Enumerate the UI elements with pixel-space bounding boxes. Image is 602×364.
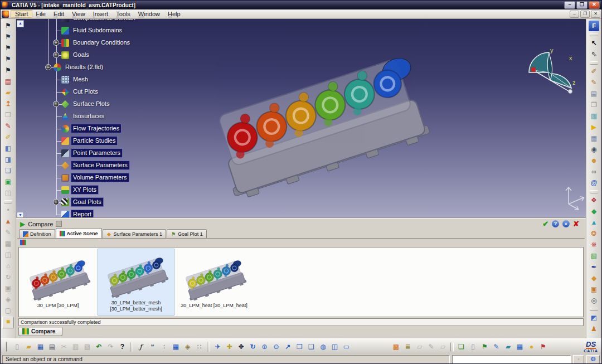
comment-icon[interactable]: ❝ <box>147 342 158 352</box>
tree-scroll-down[interactable]: ▼ <box>17 212 24 217</box>
frame-window-icon[interactable]: F <box>589 21 599 31</box>
folder-color-icon[interactable]: ▰ <box>503 342 513 352</box>
menu-window[interactable]: Window <box>134 11 164 17</box>
tab-surface-parameters-1[interactable]: ◆ Surface Parameters 1 <box>103 229 167 238</box>
results-chart-icon[interactable]: ▤ <box>3 76 13 87</box>
fit-all-icon[interactable]: ✚ <box>224 342 235 352</box>
xy-plots-icon[interactable]: ▧ <box>589 251 599 261</box>
viewport-3d[interactable]: Computational Domain Fluid Subdomains + <box>16 19 586 217</box>
goal-flag-1-icon[interactable]: ⚑ <box>3 21 13 31</box>
share-icon[interactable]: ∞ <box>589 167 599 177</box>
goal-flag-5-icon[interactable]: ⚑ <box>3 65 13 76</box>
tree-item-report[interactable]: Report <box>27 208 211 217</box>
flow-trajectories-icon[interactable]: ❂ <box>589 229 599 239</box>
mdi-minimize-button[interactable]: – <box>570 11 579 18</box>
minimize-button[interactable]: – <box>564 1 575 9</box>
measure-bars-icon[interactable]: = <box>589 335 599 338</box>
select-icon[interactable]: ↖ <box>589 38 599 48</box>
tree-scroll-up[interactable]: ▲ <box>17 20 24 27</box>
tree-item-point-parameters[interactable]: Point Parameters <box>27 147 211 159</box>
volume-parameters-icon[interactable]: ▣ <box>589 284 599 295</box>
open-results-icon[interactable]: ▰ <box>3 88 13 98</box>
thumbnail-30-lpm[interactable]: 30_LPM [30_LPM] <box>20 249 96 316</box>
help-icon[interactable]: ? <box>552 220 559 227</box>
zoom-out-icon[interactable]: ⊖ <box>271 342 281 352</box>
tree-item-fluid-subdomains[interactable]: Fluid Subdomains <box>27 25 211 37</box>
surface-plots-icon[interactable]: ◆ <box>589 206 599 217</box>
multi-view-icon[interactable]: ❒ <box>294 342 305 352</box>
mesh-view-icon[interactable]: ▲ <box>3 216 13 227</box>
maximize-button[interactable]: ❐ <box>576 1 588 9</box>
part-box-icon[interactable]: ◧ <box>3 143 13 154</box>
manikin-icon[interactable]: ♟ <box>589 324 599 334</box>
menu-file[interactable]: File <box>32 11 50 17</box>
tree-item-goals[interactable]: + Goals <box>27 49 211 61</box>
tools-window-icon[interactable]: ❏ <box>456 342 467 352</box>
tree-expander[interactable]: + <box>53 40 59 46</box>
hide-show-icon[interactable]: ◫ <box>329 342 340 352</box>
power-input-icon[interactable]: ❂ <box>586 355 600 364</box>
cancel-icon[interactable]: ✘ <box>573 220 579 228</box>
tab-goal-plot-1[interactable]: ⚑ Goal Plot 1 <box>167 229 207 238</box>
tab-active-scene[interactable]: Active Scene <box>56 228 102 238</box>
goal-flag-2-icon[interactable]: ⚑ <box>3 32 13 42</box>
tree-expander[interactable]: + <box>53 52 59 58</box>
mdi-restore-button[interactable]: ❐ <box>580 11 590 18</box>
fly-mode-icon[interactable]: ✈ <box>212 342 223 352</box>
relations-icon[interactable]: ∷ <box>194 342 205 352</box>
paint-icon[interactable]: ✐ <box>589 66 599 77</box>
image-capture-icon[interactable]: ▥ <box>589 111 599 122</box>
save-icon[interactable]: ▦ <box>35 342 46 352</box>
menu-tools[interactable]: Tools <box>112 11 134 17</box>
isosurfaces-icon[interactable]: ▲ <box>589 217 599 228</box>
box-icon[interactable]: ◩ <box>589 313 599 323</box>
pen-red-icon[interactable]: ✎ <box>3 121 13 132</box>
clipboard-icon[interactable]: ▤ <box>589 89 599 99</box>
new-document-icon[interactable]: ▯ <box>12 342 22 352</box>
thumbnail-30-lpm-heat[interactable]: 30_LPM_heat [30_LPM_heat] <box>176 249 252 316</box>
normal-view-icon[interactable]: ↗ <box>283 342 293 352</box>
connect-icon[interactable]: @ <box>589 178 599 188</box>
close-button[interactable]: ✕ <box>589 1 600 9</box>
compare-button[interactable]: Compare <box>18 327 62 336</box>
tree-item-mesh[interactable]: Mesh <box>27 74 211 86</box>
thumbnail-30-lpm-better-mesh[interactable]: 30_LPM_better_mesh [30_LPM_better_mesh] <box>98 249 174 316</box>
tree-item-isosurfaces[interactable]: Isosurfaces <box>27 110 211 123</box>
sketch-icon[interactable]: ✎ <box>589 77 599 88</box>
tree-item-surface-plots[interactable]: + Surface Plots <box>27 98 211 110</box>
design-table-icon[interactable]: ▦ <box>171 342 181 352</box>
command-input[interactable] <box>452 355 571 364</box>
tree-item-computational-domain[interactable]: Computational Domain <box>27 19 211 25</box>
particle-studies-icon[interactable]: ※ <box>589 240 599 250</box>
tree-expander[interactable]: + <box>53 101 59 107</box>
snapshot-icon[interactable]: ▣ <box>3 177 13 187</box>
pen-yellow-icon[interactable]: ✐ <box>3 132 13 143</box>
tree-expander[interactable]: + <box>53 199 59 205</box>
collapse-icon[interactable]: « <box>562 220 570 227</box>
tree-item-cut-plots[interactable]: Cut Plots <box>27 86 211 98</box>
menu-edit[interactable]: Edit <box>50 11 68 17</box>
export-results-icon[interactable]: ↥ <box>3 99 13 109</box>
tree-item-results[interactable]: − Results (2.fld) <box>27 61 211 74</box>
cut-plots-icon[interactable]: ❖ <box>589 195 599 206</box>
doc-edit-icon[interactable]: ✎ <box>491 342 502 352</box>
compare-results-icon[interactable] <box>20 240 26 245</box>
windows-grid-icon[interactable]: ▦ <box>514 342 525 352</box>
view-compass[interactable]: y x z <box>517 47 582 96</box>
compass-anchor[interactable] <box>531 67 536 72</box>
bookmark-icon[interactable]: ⚑ <box>538 342 548 352</box>
render-style-icon[interactable]: ◍ <box>318 342 328 352</box>
flag-green-icon[interactable]: ⚑ <box>479 342 490 352</box>
whats-this-icon[interactable]: ? <box>117 342 128 352</box>
formula-icon[interactable]: ƒ <box>135 342 146 352</box>
menu-start[interactable]: Start <box>11 11 32 17</box>
select-multi-icon[interactable]: ⇖ <box>589 49 599 60</box>
tab-definition[interactable]: Definition <box>19 229 55 238</box>
disc-icon[interactable]: ● <box>526 342 537 352</box>
product-box-icon[interactable]: ◨ <box>3 154 13 165</box>
tree-item-surface-parameters[interactable]: Surface Parameters <box>27 159 211 172</box>
play-simulation-icon[interactable]: ▶ <box>589 122 599 133</box>
grid-squares-icon[interactable]: ▩ <box>391 342 401 352</box>
point-parameters-icon[interactable]: ✒ <box>589 262 599 273</box>
tree-item-flow-trajectories[interactable]: Flow Trajectories <box>27 123 211 135</box>
